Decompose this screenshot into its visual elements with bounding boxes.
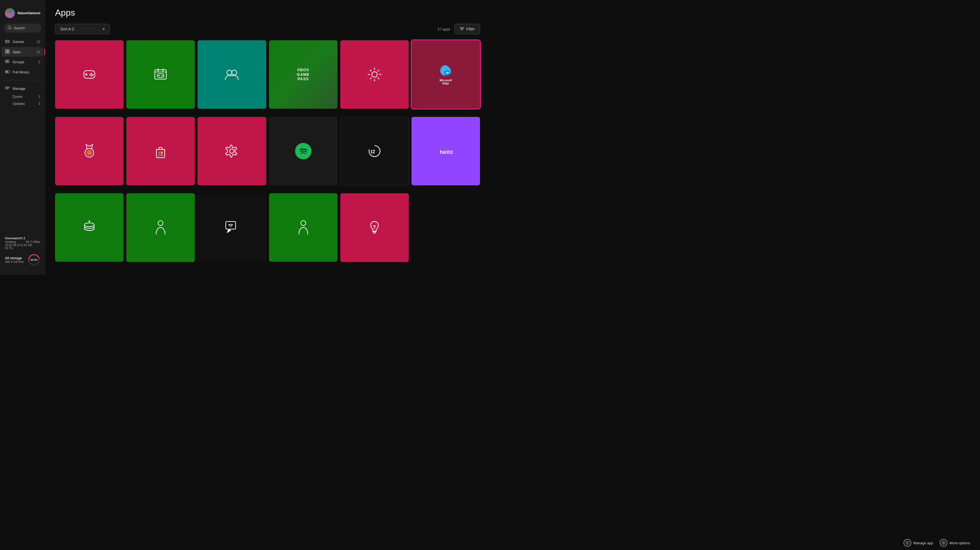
svg-point-64: [378, 70, 379, 71]
groups-icon: [5, 59, 10, 65]
svg-point-43: [162, 75, 163, 76]
storage-text: All storage 446.3 GB free: [5, 256, 24, 263]
update-detail: 10.40 GB of 31.81 GB, 32.7%: [5, 244, 40, 250]
app-tile-calendar[interactable]: [126, 40, 195, 109]
app-tile-gamepad[interactable]: [55, 40, 124, 109]
svg-point-74: [229, 149, 234, 153]
sidebar-item-apps[interactable]: Apps 17: [2, 47, 44, 57]
svg-text:twitch: twitch: [440, 149, 453, 155]
svg-rect-70: [158, 152, 160, 154]
app-tile-person1[interactable]: [126, 193, 195, 262]
svg-point-60: [368, 74, 369, 75]
app-tile-t2[interactable]: t2: [340, 117, 409, 185]
svg-rect-19: [5, 70, 6, 73]
sidebar-bottom: Overwatch® 2 Updating... 86.71 Mbps 10.4…: [0, 233, 45, 269]
app-tile-microsoft-store[interactable]: [126, 117, 195, 185]
svg-point-34: [91, 75, 92, 77]
app-tile-twitch[interactable]: twitch: [412, 117, 480, 185]
app-tile-edge[interactable]: MicrosoftEdge: [412, 40, 480, 109]
svg-point-46: [161, 75, 162, 76]
apps-count: 17: [37, 50, 40, 54]
svg-rect-13: [5, 52, 7, 53]
svg-rect-84: [226, 222, 235, 229]
svg-point-66: [446, 72, 449, 74]
svg-rect-14: [8, 52, 9, 53]
app-tile-help[interactable]: ?: [340, 193, 409, 262]
updates-count: 3: [38, 102, 40, 106]
sidebar-item-games[interactable]: Games 12: [2, 37, 44, 46]
updates-label: Updates: [13, 102, 25, 106]
update-title: Overwatch® 2: [5, 236, 40, 240]
svg-point-86: [229, 224, 229, 225]
app-tile-stack[interactable]: [55, 193, 124, 262]
edge-label: MicrosoftEdge: [438, 79, 453, 85]
svg-rect-23: [5, 88, 8, 89]
settings-icon: [197, 117, 266, 185]
svg-point-82: [89, 220, 90, 222]
search-icon: [8, 26, 11, 30]
app-tile-person2[interactable]: [269, 193, 337, 262]
toolbar-right: 17 apps Filter: [438, 24, 480, 34]
search-bar[interactable]: Search: [4, 24, 41, 33]
app-grid: XBOXGAMEPASS: [55, 40, 480, 267]
user-profile[interactable]: NatureGamure: [0, 5, 45, 24]
speech-icon: [197, 193, 266, 262]
person2-icon: [269, 193, 337, 262]
svg-point-88: [301, 221, 306, 225]
storage-donut: 44.3%: [28, 254, 40, 266]
svg-point-45: [162, 76, 163, 77]
question-icon: ?: [340, 193, 409, 262]
svg-point-63: [378, 78, 379, 79]
storage-free: 446.3 GB free: [5, 260, 24, 263]
person-icon: [126, 193, 195, 262]
svg-rect-22: [5, 87, 9, 87]
svg-rect-21: [7, 70, 9, 73]
queue-item[interactable]: Queue 1: [13, 94, 44, 100]
page-title: Apps: [55, 8, 480, 18]
groups-label: Groups: [13, 60, 36, 64]
app-count: 17 apps: [438, 27, 450, 31]
svg-point-10: [7, 41, 8, 42]
svg-rect-18: [7, 62, 9, 63]
svg-rect-20: [6, 70, 7, 73]
app-tile-sunburst[interactable]: [340, 40, 409, 109]
updates-item[interactable]: Updates 3: [13, 100, 44, 107]
queue-label: Queue: [13, 95, 22, 98]
svg-point-48: [232, 70, 237, 75]
svg-point-9: [8, 41, 8, 42]
manage-icon: [5, 86, 10, 91]
svg-rect-15: [5, 60, 7, 61]
svg-point-44: [163, 75, 164, 76]
filter-button[interactable]: Filter: [455, 24, 480, 34]
app-tile-achievements[interactable]: [55, 117, 124, 185]
sidebar: NatureGamure Search: [0, 0, 45, 275]
apps-label: Apps: [13, 50, 34, 54]
storage-title: All storage: [5, 256, 24, 260]
svg-point-32: [91, 73, 92, 74]
app-tile-settings[interactable]: [197, 117, 266, 185]
sort-arrow-icon: ▾: [103, 27, 105, 31]
svg-rect-11: [5, 49, 7, 51]
manage-section: Manage Queue 1 Updates 3: [0, 84, 45, 107]
games-label: Games: [13, 40, 34, 44]
storage-percent: 44.3%: [30, 258, 38, 261]
sidebar-item-groups[interactable]: Groups 2: [2, 57, 44, 67]
svg-text:t2: t2: [371, 149, 375, 154]
update-status-label: Updating...: [5, 240, 18, 243]
app-tile-speech[interactable]: [197, 193, 266, 262]
twitch-icon: twitch: [412, 117, 480, 185]
filter-label: Filter: [466, 27, 475, 31]
svg-rect-73: [161, 154, 163, 156]
sidebar-item-full-library[interactable]: Full library: [2, 67, 44, 77]
app-tile-spotify[interactable]: [269, 117, 337, 185]
avatar: [5, 8, 15, 18]
svg-point-35: [89, 74, 91, 76]
svg-point-7: [8, 41, 8, 41]
app-tile-xgp[interactable]: XBOXGAMEPASS: [269, 40, 337, 109]
update-status: Updating... 86.71 Mbps: [5, 240, 40, 243]
svg-point-33: [92, 74, 94, 76]
calendar-icon: [126, 40, 195, 109]
svg-text:?: ?: [372, 224, 376, 230]
app-tile-friends[interactable]: [197, 40, 266, 109]
sort-dropdown[interactable]: Sort A-Z ▾: [55, 24, 110, 34]
